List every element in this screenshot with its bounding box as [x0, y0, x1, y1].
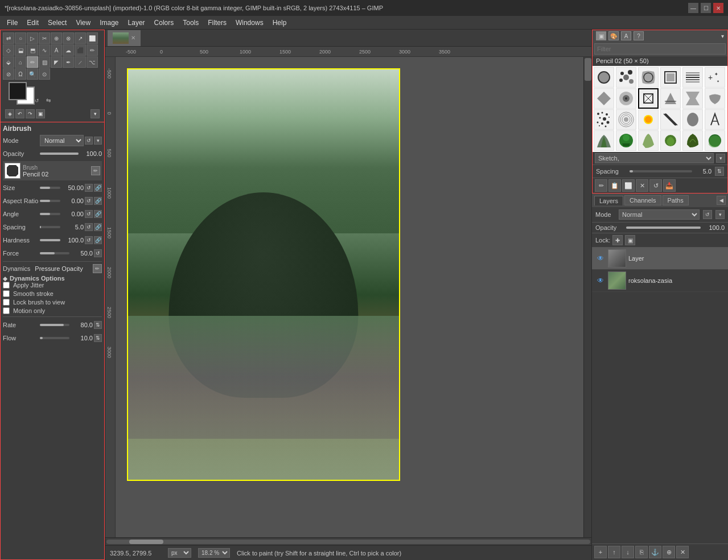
undo-icon[interactable]: ↶	[15, 109, 24, 118]
anchor-layer-btn[interactable]: ⚓	[649, 546, 661, 558]
menu-edit[interactable]: Edit	[22, 18, 43, 28]
brush-item[interactable]	[616, 130, 636, 151]
tool-paintbrush[interactable]: ⬙	[3, 56, 14, 68]
layers-panel-collapse[interactable]: ◀	[717, 196, 726, 205]
brush-item[interactable]	[638, 109, 659, 130]
size-slider[interactable]	[40, 187, 60, 189]
brush-item[interactable]	[616, 67, 636, 88]
brush-item[interactable]	[594, 109, 614, 130]
brush-edit-action[interactable]: ✏	[595, 179, 607, 192]
minimize-button[interactable]: —	[688, 3, 698, 13]
reset-colors-icon[interactable]: ↺	[35, 98, 39, 104]
close-button[interactable]: ✕	[713, 3, 723, 13]
tool-airbrush[interactable]: ✏	[27, 56, 38, 68]
spacing-slider[interactable]	[40, 226, 60, 228]
rate-slider[interactable]	[40, 324, 69, 326]
aspect-slider[interactable]	[40, 200, 60, 202]
lock-alpha-btn[interactable]: ▣	[625, 235, 635, 245]
hardness-reset-btn[interactable]: ↺	[85, 236, 93, 244]
tool-select-ellipse[interactable]: ○	[15, 32, 26, 44]
tool-bucket[interactable]: ☁	[63, 44, 74, 56]
tool-align[interactable]: ⊙	[39, 68, 50, 80]
brush-tab-layers-icon[interactable]: ▣	[596, 31, 606, 40]
angle-slider[interactable]	[40, 213, 60, 215]
layer-row[interactable]: 👁 roksolana-zasia	[592, 270, 728, 292]
brush-item[interactable]	[616, 88, 636, 109]
aspect-reset-btn[interactable]: ↺	[85, 197, 93, 205]
brush-item[interactable]	[682, 109, 703, 130]
brush-item[interactable]	[682, 130, 703, 151]
brush-item[interactable]	[705, 130, 725, 151]
flow-arrows[interactable]: ⇅	[94, 334, 102, 342]
size-reset-btn[interactable]: ↺	[85, 184, 93, 192]
size-link-btn[interactable]: 🔗	[94, 184, 102, 192]
raise-layer-btn[interactable]: ↑	[608, 546, 620, 558]
new-layer-btn[interactable]: +	[594, 546, 607, 558]
h-scroll-track[interactable]	[106, 540, 590, 544]
mode-reset-btn[interactable]: ↺	[85, 137, 93, 145]
brush-item[interactable]	[616, 109, 636, 130]
menu-filters[interactable]: Filters	[203, 18, 231, 28]
layer-row[interactable]: 👁 Layer	[592, 248, 728, 270]
brush-item[interactable]	[660, 109, 681, 130]
brush-duplicate-action[interactable]: 📋	[608, 179, 621, 192]
tool-rotate[interactable]: ↗	[75, 32, 86, 44]
dynamics-edit-button[interactable]: ✏	[93, 264, 102, 273]
brush-item[interactable]	[638, 130, 659, 151]
redo-icon[interactable]: ↷	[26, 109, 35, 118]
tool-move[interactable]: ⊕	[51, 32, 62, 44]
tool-ink[interactable]: ▨	[39, 56, 50, 68]
panel-options-icon[interactable]: ▾	[91, 109, 100, 118]
unit-select[interactable]: px mm in	[168, 548, 191, 558]
tool-perspective[interactable]: ⬓	[15, 44, 26, 56]
tool-select-rect[interactable]: ⇄	[3, 32, 14, 44]
brush-panel-menu-icon[interactable]: ▾	[721, 33, 724, 39]
layers-mode-reset[interactable]: ↺	[703, 210, 712, 219]
brush-item[interactable]	[682, 88, 703, 109]
brush-tab-help-icon[interactable]: ?	[634, 31, 644, 40]
mode-select[interactable]: Normal Dissolve Multiply	[40, 135, 84, 146]
brush-delete-action[interactable]: ✕	[636, 179, 648, 192]
h-scroll-thumb[interactable]	[129, 540, 163, 544]
delete-layer-btn[interactable]: ✕	[676, 546, 689, 558]
lock-brush-checkbox[interactable]	[3, 299, 10, 306]
hardness-slider[interactable]	[40, 239, 60, 241]
tool-dodge-burn[interactable]: ⌥	[87, 56, 98, 68]
menu-help[interactable]: Help	[268, 18, 291, 28]
brush-tag-select[interactable]: Sketch, All Acrylic	[595, 153, 714, 163]
smooth-stroke-checkbox[interactable]	[3, 290, 10, 297]
brush-item[interactable]	[705, 109, 725, 130]
tool-flip[interactable]: ⬒	[27, 44, 38, 56]
layer-visibility-btn[interactable]: 👁	[595, 275, 606, 286]
spacing-reset-btn[interactable]: ↺	[85, 223, 93, 231]
lock-position-btn[interactable]: ✚	[612, 235, 623, 245]
horizontal-scrollbar[interactable]	[105, 537, 591, 545]
layers-mode-cycle[interactable]: ▾	[715, 210, 725, 219]
spacing-arrows[interactable]: ⇅	[715, 167, 724, 176]
tool-path[interactable]: ∿	[39, 44, 50, 56]
tool-smudge[interactable]: ⟋	[75, 56, 86, 68]
tool-zoom[interactable]: 🔍	[27, 68, 38, 80]
v-scroll-thumb[interactable]	[585, 58, 591, 81]
tool-scale[interactable]: ⬜	[87, 32, 98, 44]
spacing-link-btn[interactable]: 🔗	[94, 223, 102, 231]
layers-icon[interactable]: ▣	[36, 109, 45, 118]
tool-scissors[interactable]: ✂	[39, 32, 50, 44]
brush-spacing-slider[interactable]	[630, 170, 692, 172]
brush-item[interactable]	[682, 67, 703, 88]
apply-jitter-checkbox[interactable]	[3, 282, 10, 289]
dynamics-options-header[interactable]: ◆ Dynamics Options	[3, 275, 102, 282]
angle-link-btn[interactable]: 🔗	[94, 210, 102, 218]
tool-text[interactable]: A	[51, 44, 62, 56]
brush-refresh-action[interactable]: ↺	[649, 179, 662, 192]
brush-edit-button[interactable]: ✏	[91, 166, 100, 175]
merge-layers-btn[interactable]: ⊕	[663, 546, 675, 558]
menu-colors[interactable]: Colors	[150, 18, 179, 28]
brush-item[interactable]	[594, 130, 614, 151]
force-reset-btn[interactable]: ↺	[94, 249, 102, 257]
hardness-link-btn[interactable]: 🔗	[94, 236, 102, 244]
zoom-select[interactable]: 18.2 % 25 % 50 % 100 %	[198, 548, 230, 558]
brush-item[interactable]	[660, 67, 681, 88]
brush-export-action[interactable]: 📥	[663, 179, 676, 192]
menu-layer[interactable]: Layer	[124, 18, 150, 28]
